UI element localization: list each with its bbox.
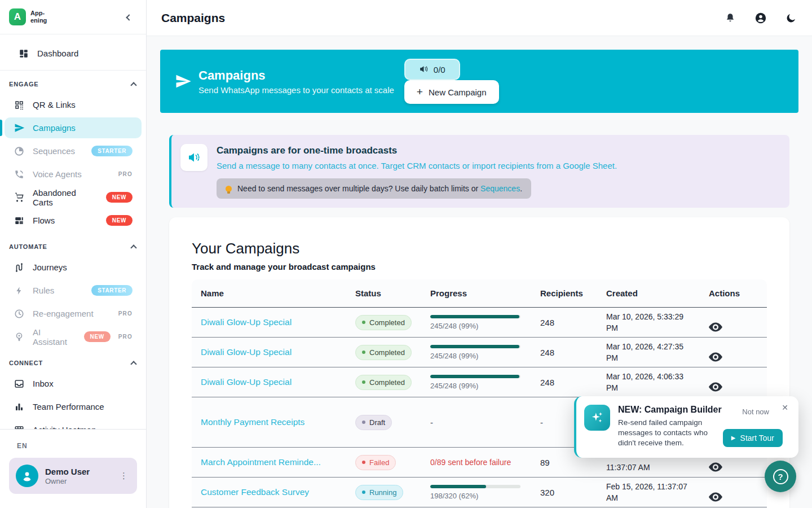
start-tour-button[interactable]: ▶ Start Tour — [723, 429, 783, 447]
dark-mode-moon-icon[interactable] — [785, 12, 797, 24]
sidebar-item-inbox[interactable]: Inbox — [5, 373, 142, 394]
megaphone-icon — [419, 64, 429, 75]
help-button[interactable]: ? — [765, 461, 796, 492]
sidebar-item-label: Re-engagement — [33, 309, 94, 318]
col-header-created: Created — [606, 288, 709, 298]
sidebar-item-rules[interactable]: Rules STARTER — [5, 280, 142, 301]
col-header-recipients: Recipients — [540, 288, 606, 298]
sidebar-item-label: Flows — [33, 216, 55, 225]
view-eye-icon[interactable] — [709, 382, 767, 392]
info-body: Send a message to many contacts at once.… — [217, 161, 617, 170]
created-cell: Feb 15, 2026, 11:37:07 AM — [606, 481, 709, 503]
sidebar-collapse-button[interactable] — [121, 8, 137, 25]
recipients-cell: 320 — [540, 488, 606, 497]
your-campaigns-card: Your Campaigns Track and manage your bro… — [169, 217, 789, 508]
page-title: Campaigns — [161, 11, 225, 25]
campaigns-table: Name Status Progress Recipients Created … — [192, 279, 767, 508]
recipients-cell: 248 — [540, 348, 606, 357]
created-cell: Mar 10, 2026, 4:06:33 PM — [606, 371, 709, 393]
toast-content: NEW: Campaign Builder Re-send failed cam… — [618, 405, 722, 449]
sidebar-item-journeys[interactable]: Journeys — [5, 257, 142, 278]
sidebar: A App- ening Dashboard ENGAG — [0, 0, 147, 508]
bar-chart-icon — [14, 401, 25, 413]
campaign-counter: 0/0 — [434, 65, 445, 75]
sidebar-footer: EN Demo User Owner ⋮ — [0, 429, 146, 508]
sequence-timer-icon — [14, 146, 25, 157]
campaign-name-link[interactable]: Customer Feedback Survey — [201, 487, 309, 497]
sidebar-item-label: Journeys — [33, 262, 67, 272]
card-title: Your Campaigns — [192, 240, 767, 257]
sidebar-item-qr-links[interactable]: QR & Links — [5, 94, 142, 115]
sidebar-item-voice-agents[interactable]: Voice Agents PRO — [5, 164, 142, 185]
plus-icon: + — [417, 86, 423, 98]
language-selector[interactable]: EN — [9, 437, 137, 458]
section-automate[interactable]: AUTOMATE — [0, 233, 146, 255]
inbox-icon — [14, 378, 25, 389]
col-header-actions: Actions — [709, 288, 767, 298]
sidebar-item-abandoned-carts[interactable]: Abandoned Carts NEW — [5, 187, 142, 208]
view-eye-icon[interactable] — [709, 462, 767, 472]
sidebar-item-sequences[interactable]: Sequences STARTER — [5, 141, 142, 161]
campaign-name-link[interactable]: Monthly Payment Receipts — [201, 417, 304, 427]
section-engage[interactable]: ENGAGE — [0, 71, 146, 92]
hero-actions: 0/0 + New Campaign — [404, 59, 499, 104]
campaign-counter-chip[interactable]: 0/0 — [404, 59, 460, 80]
user-card[interactable]: Demo User Owner ⋮ — [9, 458, 137, 494]
close-icon[interactable]: ✕ — [782, 403, 788, 412]
progress-cell: 245/248 (99%) — [430, 375, 540, 390]
question-mark-icon: ? — [773, 469, 788, 484]
view-eye-icon[interactable] — [709, 352, 767, 362]
sidebar-item-reengagement[interactable]: Re-engagement PRO — [5, 303, 142, 324]
user-info: Demo User Owner — [45, 467, 90, 485]
campaign-name-link[interactable]: Diwali Glow-Up Special — [201, 347, 292, 357]
play-icon: ▶ — [731, 435, 736, 441]
table-row: Diwali Glow-Up Special Completed 245/248… — [192, 308, 767, 338]
account-icon[interactable] — [754, 12, 767, 24]
table-header-row: Name Status Progress Recipients Created … — [192, 279, 767, 308]
notifications-bell-icon[interactable] — [724, 12, 736, 24]
sidebar-item-label: Inbox — [33, 379, 54, 388]
table-row: Customer Feedback Survey Running 198/320… — [192, 478, 767, 507]
avatar — [16, 465, 38, 487]
campaign-name-link[interactable]: Diwali Glow-Up Special — [201, 377, 292, 387]
progress-cell: 245/248 (99%) — [430, 345, 540, 360]
progress-bar — [430, 315, 519, 318]
clock-icon — [14, 308, 25, 319]
flows-icon — [14, 215, 25, 226]
sidebar-item-label: Abandoned Carts — [33, 188, 98, 207]
sidebar-item-campaigns[interactable]: Campaigns — [5, 117, 142, 138]
starter-badge: STARTER — [91, 285, 133, 296]
tip-text: Need to send messages over multiple days… — [237, 184, 522, 193]
sidebar-item-label: Team Performance — [33, 402, 104, 411]
sidebar-item-label: AI Assistant — [33, 327, 70, 347]
sidebar-item-flows[interactable]: Flows NEW — [5, 210, 142, 231]
campaign-name-link[interactable]: Diwali Glow-Up Special — [201, 317, 292, 327]
chevron-left-icon — [126, 14, 132, 20]
sequences-link[interactable]: Sequences — [480, 184, 520, 193]
campaign-builder-toast: NEW: Campaign Builder Re-send failed cam… — [574, 396, 798, 458]
send-icon — [175, 73, 192, 90]
sidebar-item-activity-heatmap[interactable]: Activity Heatmap — [5, 419, 142, 429]
progress-bar — [430, 375, 519, 378]
dashboard-icon — [18, 48, 29, 59]
ai-assistant-icon — [14, 331, 25, 343]
view-eye-icon[interactable] — [709, 492, 767, 502]
chevron-up-icon — [130, 361, 136, 367]
section-connect[interactable]: CONNECT — [0, 349, 146, 371]
view-eye-icon[interactable] — [709, 322, 767, 332]
sparkles-icon — [584, 405, 610, 431]
hero-title: Campaigns — [198, 68, 394, 83]
recipients-cell: 248 — [540, 378, 606, 387]
sidebar-item-ai-assistant[interactable]: AI Assistant NEW PRO — [5, 326, 142, 347]
topbar: Campaigns — [147, 0, 812, 36]
progress-cell: 198/320 (62%) — [430, 485, 540, 500]
sidebar-item-dashboard[interactable]: Dashboard — [9, 43, 137, 64]
not-now-button[interactable]: Not now — [742, 408, 769, 416]
dashboard-group: Dashboard — [0, 37, 146, 71]
new-campaign-button[interactable]: + New Campaign — [404, 80, 499, 104]
brand-logo-icon: A — [9, 8, 26, 25]
user-menu-button[interactable]: ⋮ — [116, 468, 131, 483]
campaign-name-link[interactable]: March Appointment Reminde... — [201, 457, 321, 467]
sidebar-item-label: Rules — [33, 286, 54, 295]
sidebar-item-team-performance[interactable]: Team Performance — [5, 396, 142, 417]
